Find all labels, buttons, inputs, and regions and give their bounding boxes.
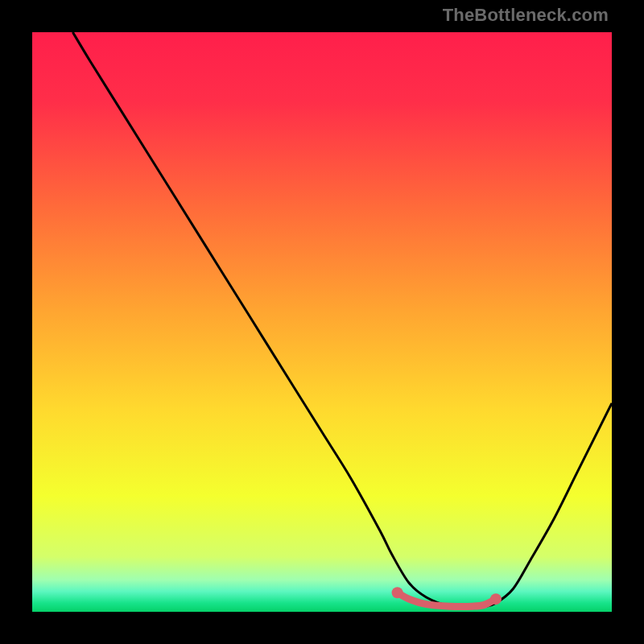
chart-frame — [32, 32, 612, 612]
endpoint-dot — [490, 593, 502, 605]
plot-area — [32, 32, 612, 612]
gradient-background — [32, 32, 612, 612]
endpoint-dot — [392, 587, 403, 598]
watermark-text: TheBottleneck.com — [443, 5, 609, 26]
bottleneck-chart — [32, 32, 612, 612]
